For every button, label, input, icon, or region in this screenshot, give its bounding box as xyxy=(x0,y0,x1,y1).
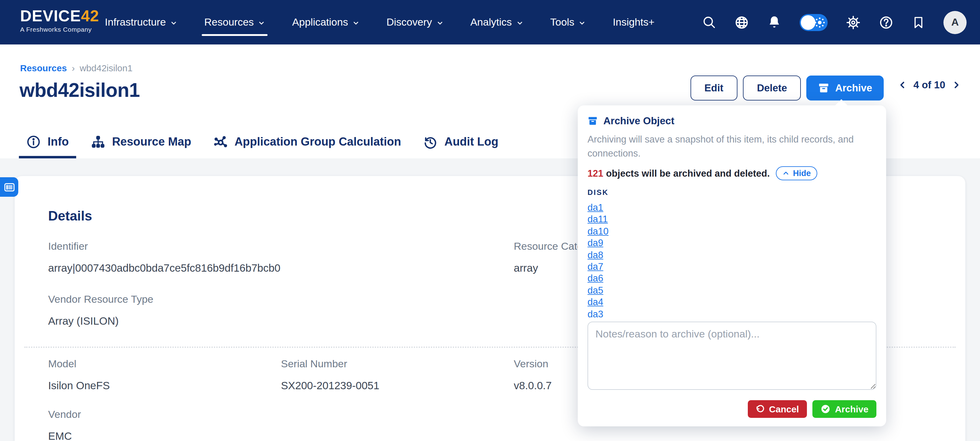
archive-button[interactable]: Archive xyxy=(807,76,884,100)
undo-icon xyxy=(756,405,765,414)
disk-link[interactable]: da1 xyxy=(587,201,603,214)
tab-audit-log[interactable]: Audit Log xyxy=(423,125,498,159)
popup-title: Archive Object xyxy=(603,115,675,127)
disk-link[interactable]: da7 xyxy=(587,261,603,273)
notifications-bell-icon[interactable] xyxy=(767,15,781,29)
search-icon[interactable] xyxy=(702,15,716,29)
nav-item-discovery[interactable]: Discovery xyxy=(387,0,443,44)
archive-notes-input[interactable] xyxy=(587,322,877,390)
disk-link[interactable]: da11 xyxy=(587,214,608,225)
breadcrumb-separator: › xyxy=(72,63,75,73)
tab-info[interactable]: Info xyxy=(26,125,69,159)
field-label: Model xyxy=(48,358,110,370)
chevron-down-icon xyxy=(436,19,443,27)
edit-button[interactable]: Edit xyxy=(690,76,737,100)
device42-logo[interactable]: DEVICE42 A Freshworks Company xyxy=(20,7,99,33)
history-icon xyxy=(423,134,438,149)
nav-item-analytics[interactable]: Analytics xyxy=(470,0,523,44)
tab-application-group-calculation[interactable]: Application Group Calculation xyxy=(213,125,401,159)
hide-button[interactable]: Hide xyxy=(776,166,818,180)
field-label: Vendor xyxy=(48,409,81,421)
cancel-button[interactable]: Cancel xyxy=(748,400,807,418)
check-circle-icon xyxy=(820,404,831,414)
nav-item-infrastructure[interactable]: Infrastructure xyxy=(105,0,177,44)
archive-count: 121 xyxy=(587,168,603,178)
list-panel-icon xyxy=(3,181,15,193)
breadcrumb-current: wbd42isilon1 xyxy=(80,63,132,73)
previous-record-icon[interactable] xyxy=(897,80,907,90)
resource-map-icon xyxy=(91,134,105,149)
logo-tagline: A Freshworks Company xyxy=(20,25,99,33)
side-panel-toggle[interactable] xyxy=(0,177,18,197)
field-value: Array (ISILON) xyxy=(48,315,153,328)
nav-item-tools[interactable]: Tools xyxy=(550,0,586,44)
chevron-down-icon xyxy=(579,19,586,27)
disk-link-list[interactable]: da1 da11 da10 da9 da8 da7 da6 da5 da4 da… xyxy=(587,201,877,317)
field-value: SX200-201239-0051 xyxy=(281,379,379,392)
detail-tabs: Info Resource Map Application Group Calc… xyxy=(26,125,498,159)
popup-header: Archive Object xyxy=(587,115,877,127)
sun-icon xyxy=(814,17,825,28)
chevron-down-icon xyxy=(258,19,266,27)
next-record-icon[interactable] xyxy=(951,80,962,90)
pagination-count: 4 of 10 xyxy=(913,79,945,91)
chevron-down-icon xyxy=(352,19,360,27)
application-group-icon xyxy=(213,134,228,149)
field-model: Model Isilon OneFS xyxy=(48,358,110,392)
navbar-utilities: A xyxy=(702,0,967,44)
archive-box-icon xyxy=(818,82,830,94)
nav-item-applications[interactable]: Applications xyxy=(292,0,360,44)
field-value: EMC xyxy=(48,430,81,441)
breadcrumb-resources-link[interactable]: Resources xyxy=(20,63,67,73)
nav-item-insights[interactable]: Insights+ xyxy=(613,0,655,44)
toggle-knob xyxy=(801,15,815,30)
field-label: Version xyxy=(514,358,552,370)
disk-link[interactable]: da3 xyxy=(587,308,603,317)
popup-count-row: 121 objects will be archived and deleted… xyxy=(587,166,877,180)
disk-link[interactable]: da8 xyxy=(587,249,603,261)
record-pagination: 4 of 10 xyxy=(897,79,962,91)
field-version: Version v8.0.0.7 xyxy=(514,358,552,392)
delete-button[interactable]: Delete xyxy=(743,76,801,100)
help-icon[interactable] xyxy=(879,15,894,30)
settings-gear-icon[interactable] xyxy=(846,15,861,30)
info-icon xyxy=(26,134,41,149)
details-heading: Details xyxy=(48,208,92,224)
chevron-down-icon xyxy=(516,19,523,27)
field-vendor-resource-type: Vendor Resource Type Array (ISILON) xyxy=(48,293,153,328)
field-label: Serial Number xyxy=(281,358,379,370)
field-value: array|0007430adbc0bda7ce5fc816b9df16b7bc… xyxy=(48,262,280,275)
user-avatar[interactable]: A xyxy=(943,11,967,34)
field-label: Vendor Resource Type xyxy=(48,293,153,306)
page-title: wbd42isilon1 xyxy=(19,79,140,102)
disk-link[interactable]: da6 xyxy=(587,273,603,284)
field-value: Isilon OneFS xyxy=(48,379,110,392)
tab-resource-map[interactable]: Resource Map xyxy=(91,125,191,159)
chevron-up-icon xyxy=(783,170,789,177)
disk-link[interactable]: da4 xyxy=(587,296,603,308)
disk-link[interactable]: da9 xyxy=(587,237,603,249)
archive-count-text: objects will be archived and deleted. xyxy=(606,168,770,178)
field-label: Identifier xyxy=(48,241,280,253)
field-identifier: Identifier array|0007430adbc0bda7ce5fc81… xyxy=(48,241,280,275)
bookmark-icon[interactable] xyxy=(912,16,925,29)
theme-toggle[interactable] xyxy=(800,14,828,31)
page-actions: Edit Delete Archive xyxy=(690,76,884,100)
archive-box-icon xyxy=(587,116,598,126)
main-nav: Infrastructure Resources Applications Di… xyxy=(105,0,655,44)
globe-icon[interactable] xyxy=(734,15,749,30)
popup-actions: Cancel Archive xyxy=(587,400,877,418)
nav-item-resources[interactable]: Resources xyxy=(204,0,266,44)
device42-app: DEVICE42 A Freshworks Company Infrastruc… xyxy=(0,0,980,441)
logo-number: 42 xyxy=(81,7,99,25)
logo-text: DEVICE xyxy=(20,7,81,25)
confirm-archive-button[interactable]: Archive xyxy=(812,400,877,418)
field-vendor: Vendor EMC xyxy=(48,409,81,441)
disk-link[interactable]: da10 xyxy=(587,225,609,237)
chevron-down-icon xyxy=(170,19,177,27)
archive-popup: Archive Object Archiving will save a sna… xyxy=(578,105,886,427)
disk-link[interactable]: da5 xyxy=(587,284,603,296)
disk-section-label: DISK xyxy=(587,188,877,197)
field-serial-number: Serial Number SX200-201239-0051 xyxy=(281,358,379,392)
popup-description: Archiving will save a snapshot of this i… xyxy=(587,132,874,160)
